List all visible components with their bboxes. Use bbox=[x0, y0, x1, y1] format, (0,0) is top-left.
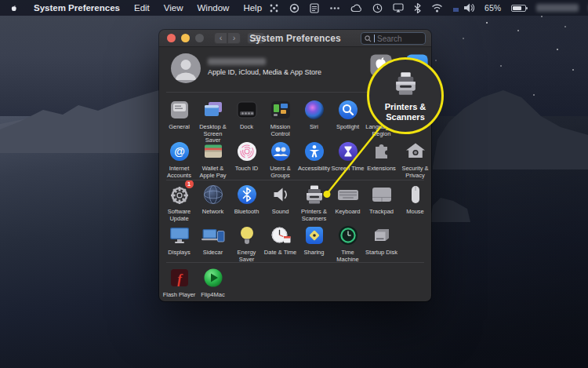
pref-icon-energy[interactable]: Energy Saver bbox=[230, 223, 263, 263]
datetime-icon bbox=[268, 223, 293, 248]
pref-icon-network[interactable]: Network bbox=[196, 182, 230, 222]
pref-icon-displays[interactable]: Displays bbox=[162, 223, 196, 263]
dock-icon bbox=[234, 97, 260, 122]
pref-icon-general[interactable]: General bbox=[162, 97, 196, 144]
pref-label: Spotlight bbox=[336, 124, 359, 131]
airplay-icon[interactable] bbox=[393, 3, 404, 13]
pref-icon-mouse[interactable]: Mouse bbox=[398, 182, 432, 222]
clock-icon[interactable] bbox=[372, 3, 383, 13]
prefs-row-2: @Internet AccountsWallet & Apple PayTouc… bbox=[162, 139, 432, 179]
back-button[interactable]: ‹ bbox=[214, 32, 227, 44]
prefs-row-3: 1Software UpdateNetworkBluetoothSoundPri… bbox=[162, 182, 432, 222]
pref-label: Energy Saver bbox=[230, 250, 263, 263]
energy-icon bbox=[234, 223, 260, 248]
pref-icon-internet[interactable]: @Internet Accounts bbox=[162, 139, 196, 179]
pref-label: Sidecar bbox=[203, 250, 223, 257]
pref-icon-bluetooth[interactable]: Bluetooth bbox=[230, 182, 263, 222]
pref-icon-mission[interactable]: Mission Control bbox=[263, 97, 297, 144]
wifi-icon[interactable] bbox=[431, 3, 443, 13]
volume-icon[interactable] bbox=[463, 3, 474, 13]
pref-label: Flash Player bbox=[163, 292, 196, 299]
battery-percent-label: 65% bbox=[485, 3, 501, 13]
window-titlebar[interactable]: ‹ › System Preferences Search bbox=[159, 30, 431, 47]
accessibility-icon bbox=[302, 139, 327, 164]
desktop: System Preferences EditViewWindowHelp 65… bbox=[0, 0, 588, 368]
pref-icon-sidecar[interactable]: Sidecar bbox=[196, 223, 230, 263]
pref-icon-security[interactable]: Security & Privacy bbox=[398, 139, 432, 179]
pref-icon-screentime[interactable]: Screen Time bbox=[331, 139, 365, 179]
trackpad-icon bbox=[369, 182, 394, 207]
menu-bar-left: System Preferences EditViewWindowHelp bbox=[0, 2, 269, 13]
menu-item-edit[interactable]: Edit bbox=[127, 3, 157, 13]
printer-icon bbox=[302, 182, 327, 207]
show-all-button[interactable] bbox=[247, 32, 265, 44]
pref-icon-flash[interactable]: fFlash Player bbox=[162, 265, 196, 299]
pref-icon-sharing[interactable]: Sharing bbox=[297, 223, 331, 263]
network-icon bbox=[201, 182, 226, 207]
menu-app-name[interactable]: System Preferences bbox=[27, 3, 127, 13]
pref-label: Touch ID bbox=[235, 166, 259, 173]
pref-label: Network bbox=[202, 209, 224, 216]
wallpaper-stars bbox=[486, 22, 488, 24]
app-grid-icon[interactable] bbox=[269, 3, 279, 13]
minimize-button[interactable] bbox=[181, 34, 190, 42]
pref-icon-trackpad[interactable]: Trackpad bbox=[365, 182, 398, 222]
pref-icon-siri[interactable]: Siri bbox=[297, 97, 331, 144]
menu-item-window[interactable]: Window bbox=[191, 3, 237, 13]
update-badge: 1 bbox=[185, 180, 194, 188]
pref-icon-extensions[interactable]: Extensions bbox=[365, 139, 398, 179]
menu-bar: System Preferences EditViewWindowHelp 65… bbox=[0, 0, 588, 16]
account-subtitle: Apple ID, iCloud, Media & App Store bbox=[208, 68, 321, 76]
pref-label: Dock bbox=[240, 124, 253, 131]
touchid-icon bbox=[234, 139, 260, 164]
pref-icon-spotlight[interactable]: Spotlight bbox=[331, 97, 365, 144]
wallet-icon bbox=[201, 139, 226, 164]
notes-icon[interactable] bbox=[310, 3, 319, 13]
ellipsis-icon[interactable] bbox=[329, 3, 340, 13]
pref-icon-sound[interactable]: Sound bbox=[263, 182, 297, 222]
pref-label: Accessibility bbox=[298, 166, 330, 173]
menu-item-view[interactable]: View bbox=[157, 3, 191, 13]
pref-label: Siri bbox=[310, 124, 318, 131]
pref-label: Date & Time bbox=[264, 250, 296, 257]
callout-circle: Printers & Scanners bbox=[367, 57, 444, 134]
account-name-blurred bbox=[208, 58, 266, 65]
users-icon bbox=[268, 139, 293, 164]
sidecar-icon bbox=[201, 223, 226, 248]
pref-icon-timemachine[interactable]: Time Machine bbox=[331, 223, 365, 263]
forward-button[interactable]: › bbox=[227, 32, 241, 44]
pref-icon-flip4mac[interactable]: Flip4Mac bbox=[196, 265, 230, 299]
pref-label: Bluetooth bbox=[234, 209, 260, 216]
camera-icon[interactable] bbox=[289, 3, 299, 13]
pref-label: Keyboard bbox=[335, 209, 360, 216]
update-icon: 1 bbox=[167, 182, 192, 207]
search-input[interactable]: Search bbox=[361, 32, 426, 45]
callout-label: Printers & Scanners bbox=[385, 102, 426, 122]
pref-icon-printer[interactable]: Printers & Scanners bbox=[297, 182, 331, 222]
pref-label: Mission Control bbox=[263, 124, 297, 137]
pref-icon-update[interactable]: 1Software Update bbox=[162, 182, 196, 222]
pref-icon-users[interactable]: Users & Groups bbox=[263, 139, 297, 179]
pref-icon-accessibility[interactable]: Accessibility bbox=[297, 139, 331, 179]
sound-icon bbox=[268, 182, 293, 207]
pref-icon-keyboard[interactable]: Keyboard bbox=[331, 182, 365, 222]
search-icon bbox=[365, 35, 372, 42]
divider bbox=[166, 262, 424, 263]
cloud-icon[interactable] bbox=[350, 3, 362, 13]
zoom-button-disabled bbox=[195, 34, 204, 42]
bluetooth-icon[interactable] bbox=[414, 3, 421, 13]
pref-icon-dock[interactable]: Dock bbox=[230, 97, 263, 144]
pref-icon-startup[interactable]: Startup Disk bbox=[365, 223, 398, 263]
startup-icon bbox=[369, 223, 394, 248]
menu-item-help[interactable]: Help bbox=[236, 3, 269, 13]
pref-label: Startup Disk bbox=[365, 250, 397, 257]
close-button[interactable] bbox=[167, 34, 176, 42]
pref-icon-wallet[interactable]: Wallet & Apple Pay bbox=[196, 139, 230, 179]
pref-icon-touchid[interactable]: Touch ID bbox=[230, 139, 263, 179]
apple-menu-icon[interactable] bbox=[0, 2, 27, 13]
pref-label: Extensions bbox=[367, 166, 396, 173]
avatar[interactable] bbox=[171, 53, 201, 86]
pref-icon-desktop[interactable]: Desktop & Screen Saver bbox=[196, 97, 230, 144]
pref-icon-datetime[interactable]: Date & Time bbox=[263, 223, 297, 263]
mission-icon bbox=[268, 97, 293, 122]
